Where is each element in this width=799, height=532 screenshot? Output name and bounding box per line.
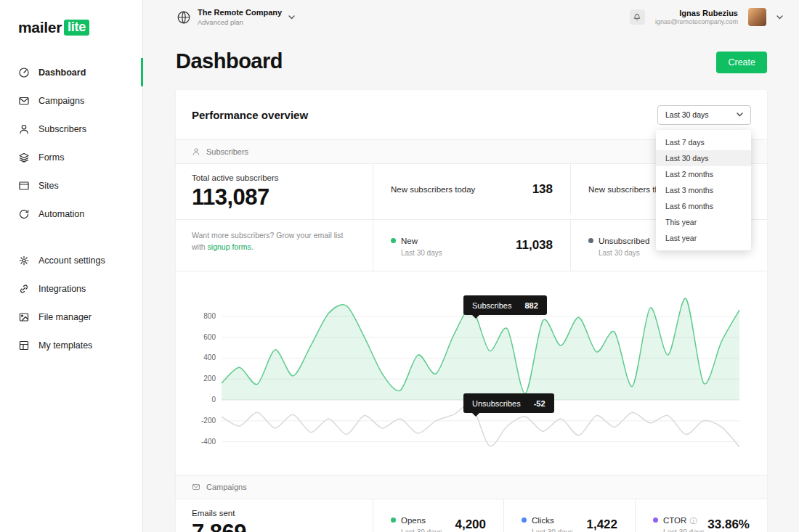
- sidebar-item-label: Subscribers: [38, 124, 86, 134]
- campaigns-icon: [192, 483, 200, 491]
- tooltip-label: Subscribes: [472, 301, 511, 310]
- stat-label: Unsubscribed: [599, 237, 649, 245]
- sidebar-item-label: Campaigns: [38, 96, 84, 106]
- stat-label: Emails sent: [192, 509, 357, 517]
- chevron-down-icon: [737, 112, 743, 117]
- date-range-value: Last 30 days: [665, 110, 709, 119]
- create-button[interactable]: Create: [716, 52, 767, 73]
- company-switcher[interactable]: The Remote Company Advanced plan: [177, 8, 295, 27]
- campaigns-icon: [18, 95, 30, 107]
- card-title: Performance overview: [192, 109, 308, 121]
- svg-text:600: 600: [203, 333, 216, 341]
- link-icon: [18, 283, 30, 295]
- ctor-dot: [653, 517, 658, 523]
- sidebar-item-campaigns[interactable]: Campaigns: [0, 86, 142, 115]
- subscribes-tooltip: Subscribes 882: [463, 295, 547, 315]
- topbar-right: Ignas Rubezius ignas@remotecompany.com: [630, 8, 783, 27]
- user-email: ignas@remotecompany.com: [655, 18, 738, 27]
- new-subscribers-stat: New Last 30 days 11,038: [373, 220, 571, 271]
- new-subscribers-today: New subscribers today 138: [373, 164, 571, 214]
- sidebar-item-automation[interactable]: Automation: [0, 200, 142, 228]
- sidebar-item-my-templates[interactable]: My templates: [0, 331, 142, 359]
- user-info[interactable]: Ignas Rubezius ignas@remotecompany.com: [655, 8, 738, 27]
- sidebar-item-label: Forms: [38, 152, 64, 163]
- sidebar-item-integrations[interactable]: Integrations: [0, 274, 142, 303]
- svg-text:0: 0: [211, 396, 216, 404]
- dashboard-icon: [18, 67, 30, 78]
- range-option[interactable]: Last 7 days: [656, 134, 751, 150]
- svg-text:400: 400: [203, 353, 216, 361]
- info-icon[interactable]: ⓘ: [689, 517, 697, 525]
- grow-list-promo: Want more subscribers? Grow your email l…: [176, 220, 373, 271]
- chevron-down-icon: [288, 15, 295, 20]
- stat-period: Last 30 days: [401, 249, 442, 257]
- stat-label: Total active subscribers: [192, 173, 357, 182]
- sidebar-item-label: File manager: [38, 312, 92, 322]
- new-dot: [391, 238, 396, 243]
- sidebar-item-dashboard[interactable]: Dashboard: [0, 58, 142, 86]
- range-option-selected[interactable]: Last 30 days: [656, 150, 751, 166]
- stat-period: Last 30 days: [663, 528, 705, 532]
- stat-label: Clicks: [532, 516, 554, 525]
- unsubscribed-dot: [588, 238, 593, 243]
- sidebar-item-forms[interactable]: Forms: [0, 143, 142, 171]
- range-option[interactable]: Last year: [656, 230, 751, 246]
- sidebar-item-label: Integrations: [38, 284, 86, 294]
- campaigns-stats-row: Emails sent 7,869 Opens Last 30 days 4,2…: [176, 499, 767, 532]
- sidebar-item-file-manager[interactable]: File manager: [0, 303, 142, 331]
- svg-text:-400: -400: [201, 438, 216, 446]
- company-plan: Advanced plan: [198, 18, 282, 27]
- stat-label: New subscribers today: [391, 185, 475, 194]
- sidebar-item-subscribers[interactable]: Subscribers: [0, 115, 142, 143]
- avatar[interactable]: [748, 8, 766, 26]
- sidebar-item-label: Automation: [38, 209, 84, 219]
- range-option[interactable]: Last 2 months: [656, 166, 751, 182]
- svg-text:-200: -200: [201, 417, 216, 425]
- ctor-stat: CTORⓘ Last 30 days 33.86%: [636, 499, 767, 532]
- stat-head: Clicks Last 30 days: [522, 513, 573, 532]
- signup-forms-link[interactable]: signup forms.: [208, 242, 254, 251]
- stat-value: 11,038: [516, 238, 553, 253]
- page-head: Dashboard Create: [176, 49, 767, 73]
- tooltip-value: 882: [524, 301, 538, 310]
- date-range-dropdown: Last 7 days Last 30 days Last 2 months L…: [656, 130, 751, 250]
- subscribers-icon: [192, 147, 200, 156]
- sidebar-item-sites[interactable]: Sites: [0, 171, 142, 200]
- card-header: Performance overview Last 30 days Last 7…: [176, 90, 767, 139]
- logo-badge: lite: [64, 20, 89, 36]
- section-title: Subscribers: [206, 147, 248, 156]
- sidebar-item-label: Account settings: [38, 255, 105, 266]
- stat-value: 7,869: [192, 520, 357, 532]
- range-option[interactable]: Last 6 months: [656, 198, 751, 214]
- range-option[interactable]: This year: [656, 214, 751, 230]
- tooltip-value: -52: [534, 399, 545, 408]
- sidebar-item-label: Sites: [38, 181, 59, 191]
- page-title: Dashboard: [176, 49, 283, 73]
- bell-icon: [633, 13, 641, 22]
- stat-value: 138: [532, 182, 553, 197]
- layout-icon: [18, 340, 30, 351]
- stat-value: 33.86%: [707, 517, 750, 532]
- section-title: Campaigns: [206, 483, 247, 491]
- stat-period: Last 30 days: [532, 528, 573, 532]
- stat-value: 113,087: [192, 184, 357, 210]
- company-info: The Remote Company Advanced plan: [198, 8, 282, 27]
- svg-text:800: 800: [203, 312, 216, 320]
- sidebar-nav: Dashboard Campaigns Subscribers Forms Si…: [0, 58, 142, 359]
- total-active-subscribers: Total active subscribers 113,087: [176, 164, 373, 219]
- stat-head: New Last 30 days: [391, 234, 442, 257]
- automation-icon: [18, 208, 30, 220]
- stat-head: CTORⓘ Last 30 days: [653, 513, 705, 532]
- unsubscribes-tooltip: Unsubscribes -52: [463, 393, 554, 413]
- opens-stat: Opens Last 30 days 4,200: [373, 499, 504, 532]
- chevron-down-icon[interactable]: [776, 15, 783, 20]
- notifications-button[interactable]: [630, 9, 645, 25]
- campaigns-section-header: Campaigns: [176, 475, 767, 499]
- stat-value: 1,422: [586, 517, 617, 532]
- stat-head: Opens Last 30 days: [391, 513, 442, 532]
- sidebar-item-account-settings[interactable]: Account settings: [0, 246, 142, 274]
- date-range-select[interactable]: Last 30 days: [657, 105, 751, 125]
- range-option[interactable]: Last 3 months: [656, 182, 751, 198]
- user-name: Ignas Rubezius: [655, 8, 738, 18]
- svg-text:200: 200: [203, 375, 216, 382]
